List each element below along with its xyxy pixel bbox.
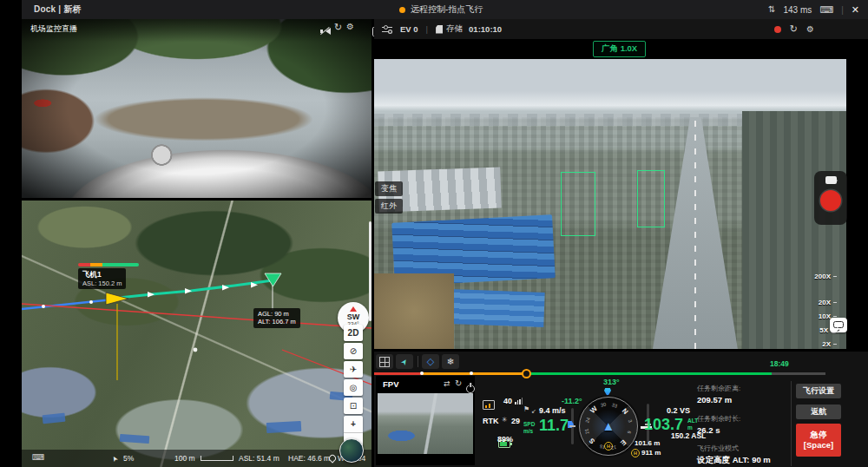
zoom-level-label: 5X bbox=[819, 326, 828, 334]
hd-link-icon bbox=[483, 400, 495, 410]
timeline-current-marker[interactable] bbox=[522, 369, 531, 378]
map-scale-label: 100 m bbox=[174, 454, 195, 463]
map-locate-icon[interactable]: ◎ bbox=[344, 379, 363, 396]
ir-lens-button[interactable]: 红外 bbox=[375, 199, 403, 214]
grid-mode-button[interactable] bbox=[376, 354, 393, 369]
fpv-panel: FPV ⇄ ↻ bbox=[376, 376, 475, 465]
flight-path-overlay bbox=[22, 201, 372, 467]
record-cluster bbox=[814, 171, 847, 225]
recording-indicator-icon bbox=[774, 26, 781, 33]
flight-settings-button[interactable]: 飞行设置 bbox=[796, 384, 841, 398]
remaining-distance-label: 任务剩余距离: bbox=[697, 384, 740, 393]
keyboard-icon[interactable]: ⌨ bbox=[819, 5, 833, 15]
rtk-count: 29 bbox=[511, 417, 520, 425]
battery-percent: 89% bbox=[497, 435, 513, 444]
compass-tick: S bbox=[588, 437, 596, 445]
compass-tick: E bbox=[619, 438, 628, 447]
storage-label: 存储 bbox=[446, 23, 463, 35]
compass-tick: 15 bbox=[599, 444, 606, 451]
dock-camera-feed bbox=[22, 19, 372, 198]
app-window: Dock | 新桥 远程控制-指点飞行 ⇅ 143 ms ⌨ | ✕ 机场监控直… bbox=[0, 0, 868, 467]
map-aircraft-icon[interactable]: ✈ bbox=[344, 361, 363, 378]
rtk-label: RTK bbox=[483, 417, 499, 425]
map-circle-slash-icon[interactable]: ⊘ bbox=[344, 343, 363, 359]
zoom-lens-button[interactable]: 变焦 bbox=[375, 181, 403, 196]
compass-tick: 24 bbox=[584, 417, 591, 424]
signal-bars-icon bbox=[515, 398, 523, 405]
lens-mode-badge: 广角 1.0X bbox=[593, 41, 646, 57]
camera-settings-sliders-icon[interactable] bbox=[382, 24, 392, 34]
main-camera-feed[interactable] bbox=[374, 59, 846, 349]
map-globe-button[interactable] bbox=[339, 438, 364, 463]
compass-tick: 3 bbox=[628, 419, 634, 423]
snowflake-icon: ❄ bbox=[447, 357, 454, 366]
zoom-level-2X[interactable]: 2X bbox=[802, 339, 837, 350]
waypoint-mode-button[interactable]: ◇ bbox=[422, 354, 439, 369]
flight-mode-label: 飞行作业模式 bbox=[697, 444, 739, 453]
camera-refresh-icon[interactable]: ↻ bbox=[790, 24, 798, 34]
dirt-lot bbox=[374, 273, 454, 349]
satellite-icon: ✳ bbox=[502, 417, 508, 424]
aircraft-name: 飞机1 bbox=[82, 270, 122, 280]
keyboard-shortcut-icon[interactable]: ⌨ bbox=[32, 453, 44, 462]
gimbal-pitch: -11.2° bbox=[562, 397, 582, 405]
map-zoom-in-button[interactable]: + bbox=[344, 416, 363, 433]
pointer-mode-button[interactable]: ➤ bbox=[396, 354, 413, 369]
fpv-thumbnail[interactable] bbox=[378, 393, 473, 454]
laser-distance: 101.6 m bbox=[635, 439, 660, 447]
emergency-stop-button[interactable]: 急停 [Space] bbox=[796, 424, 841, 457]
zoom-level-200X[interactable]: 200X bbox=[802, 271, 837, 282]
map-framing-icon[interactable]: ⊡ bbox=[344, 398, 363, 414]
timeline-marker bbox=[470, 372, 473, 375]
ev-value[interactable]: EV 0 bbox=[400, 24, 418, 34]
top-bar: Dock | 新桥 远程控制-指点飞行 ⇅ 143 ms ⌨ | ✕ bbox=[22, 0, 868, 19]
return-home-button[interactable]: 返航 bbox=[796, 405, 841, 419]
zoom-level-label: 2X bbox=[822, 340, 831, 348]
map-scale-bar bbox=[201, 456, 233, 461]
map-2d-button[interactable]: 2D bbox=[344, 325, 363, 341]
aircraft-arrow-icon: ▲ bbox=[602, 418, 615, 433]
zoom-tick bbox=[833, 302, 837, 304]
pointer-icon: ➤ bbox=[399, 357, 411, 367]
aircraft-asl: ASL: 150.2 m bbox=[82, 280, 122, 287]
aircraft-label[interactable]: 飞机1 ASL: 150.2 m bbox=[78, 268, 126, 289]
map-asl: ASL: 51.4 m bbox=[239, 454, 279, 463]
camera-header: EV 0 | 存储 01:10:10 ↻ ⚙ bbox=[374, 19, 868, 39]
diamond-icon: ◇ bbox=[427, 356, 434, 367]
fpv-refresh-icon[interactable]: ↻ bbox=[455, 379, 462, 388]
audio-muted-icon[interactable] bbox=[319, 26, 331, 36]
close-icon[interactable]: ✕ bbox=[852, 5, 859, 15]
wind-icon: ⚑ bbox=[523, 406, 529, 413]
compass-tick: W bbox=[589, 405, 599, 415]
refresh-icon[interactable]: ↻ bbox=[334, 23, 342, 32]
zoom-level-rail: 200X20X10X5X2X bbox=[802, 271, 837, 352]
timeline-segment-green bbox=[526, 372, 772, 375]
timeline-segment-red bbox=[374, 372, 422, 375]
remaining-distance: 209.57 m bbox=[697, 395, 732, 405]
camera-gear-icon[interactable]: ⚙ bbox=[806, 25, 814, 34]
map-hae: HAE: 46.6 m bbox=[288, 454, 330, 463]
compass-tick: 33 bbox=[612, 402, 619, 409]
compass-tick: 30 bbox=[601, 402, 607, 408]
fpv-label: FPV bbox=[383, 379, 398, 389]
mission-status-label: 远程控制-指点飞行 bbox=[411, 3, 483, 16]
gear-icon[interactable]: ⚙ bbox=[346, 23, 354, 31]
blue-roof-buildings bbox=[449, 289, 544, 327]
home-distance-icon: H bbox=[631, 449, 640, 457]
speed-gauge bbox=[571, 408, 574, 444]
panel-divider-handle[interactable] bbox=[369, 221, 372, 321]
storage-time: 01:10:10 bbox=[469, 24, 502, 34]
record-button[interactable] bbox=[820, 190, 841, 211]
attitude-compass: ▲ H N36E1215S2124W3033 bbox=[579, 397, 638, 456]
waypoint-label: AGL: 90 m ALT: 106.7 m bbox=[253, 308, 300, 328]
swap-icon[interactable]: ⇄ bbox=[444, 380, 450, 388]
zoom-level-20X[interactable]: 20X bbox=[802, 297, 837, 308]
latency-icon: ⇅ bbox=[768, 5, 775, 14]
map-status-bar: ⌨ ➤ 5% 100 m ASL: 51.4 m HAE: 46.6 m WGS… bbox=[22, 450, 372, 467]
estop-label: 急停 bbox=[811, 430, 827, 440]
frost-mode-button[interactable]: ❄ bbox=[442, 354, 459, 369]
power-icon[interactable] bbox=[466, 385, 475, 393]
estop-key: [Space] bbox=[804, 440, 833, 451]
chat-bubble-button[interactable] bbox=[830, 318, 847, 332]
speed-gauge-marker bbox=[568, 421, 574, 428]
